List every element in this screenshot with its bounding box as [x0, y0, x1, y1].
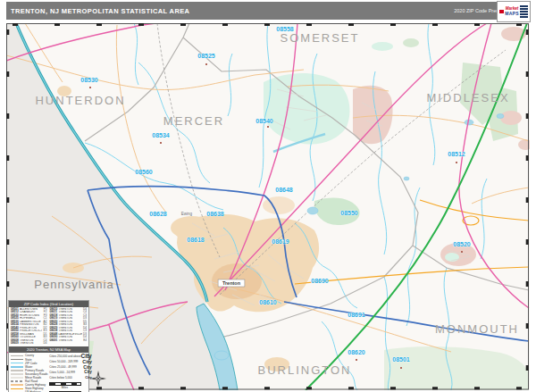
city-label-trenton: Trenton: [222, 280, 241, 286]
legend-line-sample: [11, 359, 23, 361]
legend-city-label: Cities 5,000 - 24,999: [49, 371, 75, 374]
map-key: CountyStateZIP CodeWaterPrimary RoadsSec…: [9, 353, 88, 392]
legend-line-sample: [11, 388, 23, 390]
zip-label-08560: 08560: [135, 169, 153, 175]
zip-label-08530: 08530: [80, 77, 98, 83]
compass-rose-icon: [90, 371, 106, 387]
county-label-somerset: SOMERSET: [281, 31, 360, 45]
zip-label-08691: 08691: [348, 312, 365, 318]
map-key-title: 2020 Trenton, NJ MSA Map: [9, 346, 88, 353]
zip-label-08690: 08690: [311, 278, 329, 284]
zip-label-08520: 08520: [453, 241, 471, 247]
zip-label-08638: 08638: [206, 211, 224, 217]
county-label-mercer: MERCER: [163, 114, 224, 128]
legend-line-sample: [11, 366, 23, 368]
zip-index-row: 08691TRENTONE4: [49, 339, 87, 342]
marketmaps-logo: Market MAPS: [497, 1, 531, 22]
county-label-hunterdon: HUNTERDON: [35, 94, 125, 107]
legend-line-sample: [11, 373, 23, 375]
legend-city-row: Cities below 5,000City: [49, 375, 91, 380]
scale-bar-label: Miles: [49, 386, 80, 389]
zip-index-table: 08501ALLENTOWNF508512CRANBURYF208520HIGH…: [9, 307, 88, 346]
legend-city-label: Cities 25,000 - 49,999: [49, 365, 76, 369]
scale-bar: Miles: [49, 382, 91, 389]
county-label-middlesex: MIDDLESEX: [426, 91, 509, 104]
legend-city-label: Cities 50,000 - 249,999: [49, 360, 78, 363]
zip-label-08512: 08512: [448, 151, 465, 157]
zip-label-08501: 08501: [392, 356, 410, 363]
zip-label-08628: 08628: [149, 211, 167, 217]
legend-line-sample: [11, 377, 23, 379]
legend-city-label: Cities 250,000 and above: [49, 354, 80, 358]
logo-info-box: [520, 5, 528, 18]
logo-flag-icon: [499, 10, 504, 13]
map-poster-page: TRENTON, NJ METROPOLITAN STATISTICAL ARE…: [0, 0, 536, 392]
legend-line-sample: [11, 363, 23, 364]
city-label-ewing: Ewing: [181, 212, 193, 216]
legend-city-sample: City: [83, 365, 91, 370]
zip-label-08648: 08648: [275, 187, 293, 193]
legend-line-sample: [11, 380, 23, 382]
zip-label-08558: 08558: [276, 26, 294, 32]
legend-line-sample: [11, 370, 23, 371]
zip-label-08619: 08619: [272, 238, 289, 245]
county-label-burlington: BURLINGTON: [258, 363, 352, 377]
zip-label-08540: 08540: [255, 118, 273, 124]
legend-line-sample: [11, 355, 23, 357]
zip-label-08618: 08618: [187, 237, 205, 243]
legend-line-sample: [11, 384, 23, 386]
zip-label-08620: 08620: [348, 349, 365, 355]
zip-label-08534: 08534: [152, 132, 170, 138]
title-bar: TRENTON, NJ METROPOLITAN STATISTICAL ARE…: [6, 2, 530, 20]
logo-brand-bottom: MAPS: [505, 12, 519, 16]
zip-label-08525: 08525: [197, 53, 215, 59]
zip-label-08610: 08610: [259, 299, 277, 305]
zip-index-title: ZIP Code Index (Grid Location): [9, 301, 88, 307]
legend-panel: ZIP Code Index (Grid Location) 08501ALLE…: [8, 300, 89, 392]
county-label-monmouth: MONMOUTH: [435, 322, 519, 336]
page-title: TRENTON, NJ METROPOLITAN STATISTICAL ARE…: [6, 7, 189, 15]
zip-label-08550: 08550: [340, 210, 358, 216]
zip-index-row: 08609TRENTOND4: [11, 342, 46, 345]
state-label-pennsylvania: Pennsylvania: [34, 278, 113, 291]
legend-city-label: Cities below 5,000: [49, 376, 71, 379]
